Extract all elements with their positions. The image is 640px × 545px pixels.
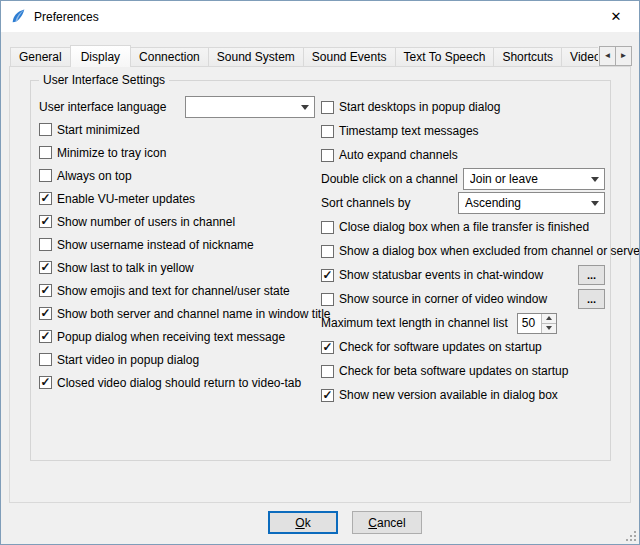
checkbox-row: Show statusbar events in chat-window... [321,263,605,287]
window-title: Preferences [34,10,99,24]
checkbox-row: Always on top [39,164,315,187]
tab-strip: GeneralDisplayConnectionSound SystemSoun… [10,45,598,67]
spin-value: 50 [518,314,541,333]
checkbox-close-dialog-box-when-a-file-transfer-is-finished[interactable] [321,221,334,234]
language-combo[interactable] [185,96,315,118]
checkbox-row: Timestamp text messages [321,119,605,143]
checkbox-show-new-version-available-in-dialog-box[interactable] [321,389,334,402]
close-button[interactable]: ✕ [593,1,639,32]
arrow-down-icon [546,326,552,333]
title-bar: Preferences ✕ [1,1,639,32]
checkbox-closed-video-dialog-should-return-to-video-tab[interactable] [39,376,52,389]
ok-button[interactable]: Ok [268,511,338,534]
app-icon [10,8,27,25]
spin-label: Maximum text length in channel list [321,316,508,330]
checkbox-start-desktops-in-popup-dialog[interactable] [321,101,334,114]
checkbox-label: Check for beta software updates on start… [339,364,568,378]
tab-general[interactable]: General [10,47,71,66]
tab-scroll-buttons: ◄ ► [599,46,632,66]
checkbox-label: Show emojis and text for channel/user st… [57,284,290,298]
combo-label: Sort channels by [321,196,410,210]
checkbox-row: Show emojis and text for channel/user st… [39,279,315,302]
checkbox-enable-vu-meter-updates[interactable] [39,192,52,205]
checkbox-show-both-server-and-channel-name-in-window-title[interactable] [39,307,52,320]
checkbox-row: Show last to talk in yellow [39,256,315,279]
close-icon: ✕ [611,9,622,24]
right-column: Start desktops in popup dialogTimestamp … [321,95,605,407]
combo-row: Sort channels byAscending [321,191,605,215]
checkbox-row: Enable VU-meter updates [39,187,315,210]
tab-display[interactable]: Display [70,45,131,67]
more-options-button[interactable]: ... [578,289,605,309]
resize-grip[interactable] [624,529,637,542]
language-label: User interface language [39,100,166,114]
checkbox-label: Minimize to tray icon [57,146,166,160]
combo-double-click-on-a-channel[interactable]: Join or leave [463,168,605,190]
checkbox-row: Auto expand channels [321,143,605,167]
spin-row: Maximum text length in channel list50 [321,311,605,335]
checkbox-minimize-to-tray-icon[interactable] [39,146,52,159]
group-title: User Interface Settings [39,73,169,87]
checkbox-label: Auto expand channels [339,148,458,162]
checkbox-label: Always on top [57,169,132,183]
left-column: User interface languageStart minimizedMi… [39,95,315,407]
checkbox-label: Check for software updates on startup [339,340,542,354]
checkbox-label: Show a dialog box when excluded from cha… [339,244,640,258]
checkbox-label: Show both server and channel name in win… [57,307,331,321]
checkbox-row: Popup dialog when receiving text message [39,325,315,348]
spin-down-button[interactable] [542,324,556,333]
tab-sound-events[interactable]: Sound Events [303,47,396,66]
checkbox-start-video-in-popup-dialog[interactable] [39,353,52,366]
checkbox-start-minimized[interactable] [39,123,52,136]
ok-label-accel: O [295,516,304,530]
checkbox-row: Show number of users in channel [39,210,315,233]
cancel-label-accel: C [368,516,377,530]
preferences-dialog: Preferences ✕ GeneralDisplayConnectionSo… [0,0,640,545]
checkbox-timestamp-text-messages[interactable] [321,125,334,138]
checkbox-show-source-in-corner-of-video-window[interactable] [321,293,334,306]
tab-video[interactable]: Video [561,47,598,66]
combo-sort-channels-by[interactable]: Ascending [458,192,605,214]
checkbox-check-for-software-updates-on-startup[interactable] [321,341,334,354]
checkbox-label: Show number of users in channel [57,215,235,229]
checkbox-show-username-instead-of-nickname[interactable] [39,238,52,251]
checkbox-label: Start minimized [57,123,140,137]
chevron-down-icon [591,177,599,186]
checkbox-popup-dialog-when-receiving-text-message[interactable] [39,330,52,343]
checkbox-always-on-top[interactable] [39,169,52,182]
combo-label: Double click on a channel [321,172,458,186]
checkbox-row: Show source in corner of video window... [321,287,605,311]
checkbox-show-statusbar-events-in-chat-window[interactable] [321,269,334,282]
tab-shortcuts[interactable]: Shortcuts [493,47,562,66]
chevron-down-icon [591,201,599,210]
checkbox-show-number-of-users-in-channel[interactable] [39,215,52,228]
chevron-down-icon [301,105,309,114]
checkbox-row: Check for software updates on startup [321,335,605,359]
more-options-button[interactable]: ... [578,265,605,285]
tab-scroll-left-button[interactable]: ◄ [599,46,616,66]
checkbox-label: Show last to talk in yellow [57,261,194,275]
checkbox-row: Show a dialog box when excluded from cha… [321,239,605,263]
tab-connection[interactable]: Connection [130,47,209,66]
checkbox-auto-expand-channels[interactable] [321,149,334,162]
arrow-right-icon: ► [620,52,628,60]
checkbox-row: Closed video dialog should return to vid… [39,371,315,394]
checkbox-check-for-beta-software-updates-on-startup[interactable] [321,365,334,378]
checkbox-row: Start minimized [39,118,315,141]
checkbox-label: Start video in popup dialog [57,353,199,367]
checkbox-show-a-dialog-box-when-excluded-from-channel-or-server[interactable] [321,245,334,258]
checkbox-show-emojis-and-text-for-channel-user-state[interactable] [39,284,52,297]
tab-scroll-right-button[interactable]: ► [615,46,632,66]
checkbox-show-last-to-talk-in-yellow[interactable] [39,261,52,274]
checkbox-row: Check for beta software updates on start… [321,359,605,383]
arrow-left-icon: ◄ [604,52,612,60]
spin-up-button[interactable] [542,314,556,324]
spinbox-maximum-text-length-in-channel-list[interactable]: 50 [517,313,557,334]
checkbox-row: Show new version available in dialog box [321,383,605,407]
checkbox-row: Show username instead of nickname [39,233,315,256]
tab-text-to-speech[interactable]: Text To Speech [395,47,495,66]
spin-arrows [541,314,556,333]
cancel-button[interactable]: Cancel [352,511,422,534]
tab-sound-system[interactable]: Sound System [208,47,304,66]
tab-page-display: User Interface Settings User interface l… [9,66,631,503]
